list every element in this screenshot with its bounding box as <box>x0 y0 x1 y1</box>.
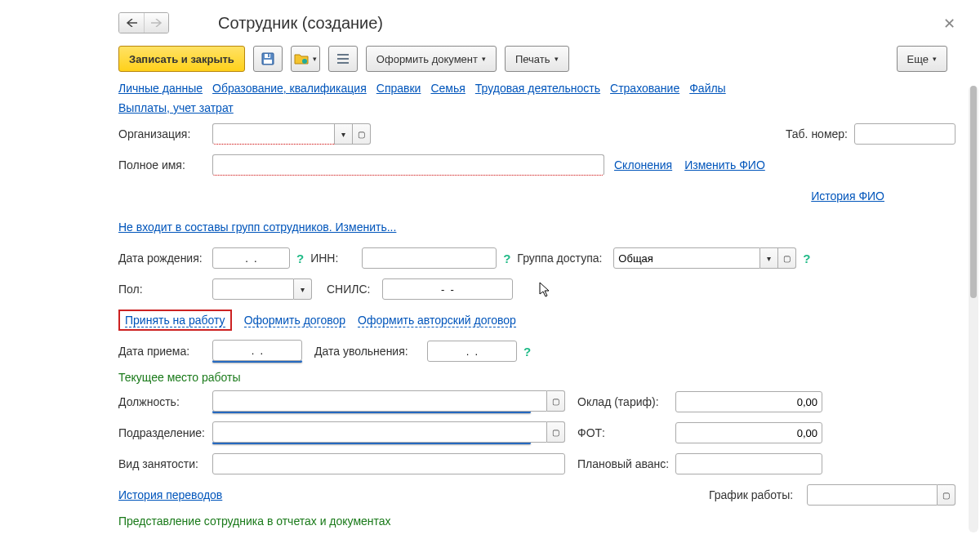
help-icon[interactable]: ? <box>296 252 304 265</box>
salary-input[interactable] <box>675 391 822 412</box>
tab-education[interactable]: Образование, квалификация <box>212 82 367 95</box>
back-button[interactable] <box>119 13 144 33</box>
svg-rect-5 <box>337 54 349 56</box>
arrow-right-icon <box>151 19 163 27</box>
tabno-input[interactable] <box>854 123 956 145</box>
inn-input[interactable] <box>362 247 497 269</box>
position-open[interactable]: ▢ <box>547 390 565 412</box>
dob-label: Дата рождения: <box>118 252 212 265</box>
tab-files[interactable]: Файлы <box>689 82 725 95</box>
chevron-down-icon: ▾ <box>313 55 317 63</box>
access-open[interactable]: ▢ <box>778 247 796 269</box>
org-open[interactable]: ▢ <box>353 123 371 145</box>
position-input[interactable] <box>212 390 547 412</box>
groups-link[interactable]: Не входит в составы групп сотрудников. И… <box>118 220 396 234</box>
org-label: Организация: <box>118 127 212 140</box>
department-input[interactable] <box>212 421 547 443</box>
inn-label: ИНН: <box>310 252 355 265</box>
tab-family[interactable]: Семья <box>430 82 465 95</box>
workplace-heading: Текущее место работы <box>118 371 956 384</box>
forward-button[interactable] <box>144 13 168 33</box>
org-dropdown[interactable]: ▾ <box>335 123 353 145</box>
more-button[interactable]: Еще ▾ <box>897 46 947 72</box>
snils-label: СНИЛС: <box>327 283 376 296</box>
access-dropdown[interactable]: ▾ <box>760 247 778 269</box>
chevron-down-icon: ▾ <box>482 55 486 63</box>
hire-action-highlight: Принять на работу <box>118 310 232 331</box>
snils-input[interactable] <box>382 278 513 300</box>
hire-link[interactable]: Принять на работу <box>125 314 225 327</box>
advance-input[interactable] <box>675 453 822 474</box>
tab-employment[interactable]: Трудовая деятельность <box>475 82 600 95</box>
fire-date-input[interactable] <box>427 341 517 362</box>
fire-date-label: Дата увольнения: <box>314 345 421 358</box>
change-fio-link[interactable]: Изменить ФИО <box>684 158 765 172</box>
help-icon[interactable]: ? <box>503 252 510 265</box>
print-button[interactable]: Печать ▾ <box>505 46 569 72</box>
folder-star-icon <box>294 52 309 65</box>
representation-heading: Представление сотрудника в отчетах и док… <box>118 514 956 528</box>
tabs-row: Личные данные Образование, квалификация … <box>0 80 817 118</box>
fullname-label: Полное имя: <box>118 158 212 172</box>
salary-label: Оклад (тариф): <box>577 395 675 408</box>
sex-input[interactable] <box>212 278 294 300</box>
fot-label: ФОТ: <box>577 426 675 439</box>
close-button[interactable]: ✕ <box>943 15 956 33</box>
page-title: Сотрудник (создание) <box>218 14 383 33</box>
chevron-down-icon: ▾ <box>933 55 937 63</box>
access-input[interactable] <box>613 247 760 269</box>
bookmark-button[interactable]: ▾ <box>291 46 320 72</box>
dob-input[interactable] <box>212 247 290 269</box>
fio-history-link[interactable]: История ФИО <box>811 189 884 203</box>
create-document-button[interactable]: Оформить документ ▾ <box>366 46 497 72</box>
svg-point-4 <box>302 59 307 64</box>
list-icon <box>337 53 349 65</box>
svg-rect-6 <box>337 58 349 60</box>
author-contract-link[interactable]: Оформить авторский договор <box>358 314 516 327</box>
fullname-input[interactable] <box>212 154 604 176</box>
tab-references[interactable]: Справки <box>376 82 421 95</box>
department-open[interactable]: ▢ <box>547 421 565 443</box>
hire-date-input[interactable] <box>212 340 302 361</box>
svg-rect-3 <box>268 54 270 57</box>
tab-personal[interactable]: Личные данные <box>118 82 203 95</box>
schedule-input[interactable] <box>807 484 938 506</box>
arrow-left-icon <box>126 19 137 27</box>
list-button[interactable] <box>328 46 358 72</box>
help-icon[interactable]: ? <box>523 345 531 359</box>
svg-rect-7 <box>337 62 349 64</box>
declension-link[interactable]: Склонения <box>614 158 672 172</box>
schedule-open[interactable]: ▢ <box>938 484 956 506</box>
help-icon[interactable]: ? <box>803 252 810 265</box>
hire-date-label: Дата приема: <box>118 345 212 358</box>
transfers-history-link[interactable]: История переводов <box>118 488 222 501</box>
position-label: Должность: <box>118 395 212 408</box>
schedule-label: График работы: <box>709 488 807 501</box>
scroll-thumb[interactable] <box>970 86 977 298</box>
contract-link[interactable]: Оформить договор <box>244 314 345 327</box>
save-and-close-button[interactable]: Записать и закрыть <box>118 46 245 72</box>
org-input[interactable] <box>212 123 335 145</box>
advance-label: Плановый аванс: <box>577 457 675 470</box>
access-label: Группа доступа: <box>517 252 607 265</box>
sex-label: Пол: <box>118 283 212 296</box>
save-button[interactable] <box>253 46 283 72</box>
nav-arrows <box>118 12 169 33</box>
employment-input[interactable] <box>212 453 565 474</box>
fot-input[interactable] <box>675 422 822 443</box>
svg-rect-1 <box>264 60 272 64</box>
sex-dropdown[interactable]: ▾ <box>294 278 312 300</box>
employment-label: Вид занятости: <box>118 457 212 470</box>
save-icon <box>261 52 274 65</box>
vertical-scrollbar[interactable] <box>969 86 978 532</box>
tab-insurance[interactable]: Страхование <box>610 82 679 95</box>
tabno-label: Таб. номер: <box>786 127 848 140</box>
chevron-down-icon: ▾ <box>555 55 559 63</box>
tab-payments[interactable]: Выплаты, учет затрат <box>118 101 234 114</box>
department-label: Подразделение: <box>118 426 212 439</box>
